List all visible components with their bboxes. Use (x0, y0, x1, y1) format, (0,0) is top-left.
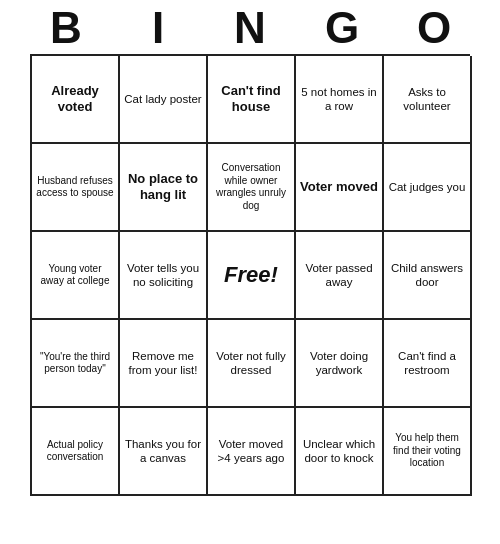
bingo-letter: N (210, 6, 290, 50)
bingo-cell: Actual policy conversation (32, 408, 120, 496)
bingo-cell: Asks to volunteer (384, 56, 472, 144)
bingo-letter: O (394, 6, 474, 50)
bingo-cell: Free! (208, 232, 296, 320)
bingo-grid: Already votedCat lady posterCan't find h… (30, 54, 470, 496)
bingo-cell: Voter not fully dressed (208, 320, 296, 408)
bingo-cell: You help them find their voting location (384, 408, 472, 496)
bingo-cell: Voter tells you no soliciting (120, 232, 208, 320)
bingo-cell: Already voted (32, 56, 120, 144)
bingo-letter: G (302, 6, 382, 50)
bingo-letter: B (26, 6, 106, 50)
bingo-cell: Child answers door (384, 232, 472, 320)
bingo-cell: Young voter away at college (32, 232, 120, 320)
bingo-cell: Voter passed away (296, 232, 384, 320)
bingo-cell: Voter doing yardwork (296, 320, 384, 408)
bingo-cell: Cat judges you (384, 144, 472, 232)
bingo-cell: Thanks you for a canvas (120, 408, 208, 496)
bingo-letter: I (118, 6, 198, 50)
bingo-header: BINGO (20, 0, 480, 54)
bingo-cell: 5 not homes in a row (296, 56, 384, 144)
bingo-cell: Remove me from your list! (120, 320, 208, 408)
bingo-cell: No place to hang lit (120, 144, 208, 232)
bingo-cell: Unclear which door to knock (296, 408, 384, 496)
bingo-cell: "You're the third person today" (32, 320, 120, 408)
bingo-cell: Can't find house (208, 56, 296, 144)
bingo-cell: Voter moved >4 years ago (208, 408, 296, 496)
bingo-cell: Voter moved (296, 144, 384, 232)
bingo-cell: Husband refuses access to spouse (32, 144, 120, 232)
bingo-cell: Conversation while owner wrangles unruly… (208, 144, 296, 232)
bingo-cell: Can't find a restroom (384, 320, 472, 408)
bingo-cell: Cat lady poster (120, 56, 208, 144)
